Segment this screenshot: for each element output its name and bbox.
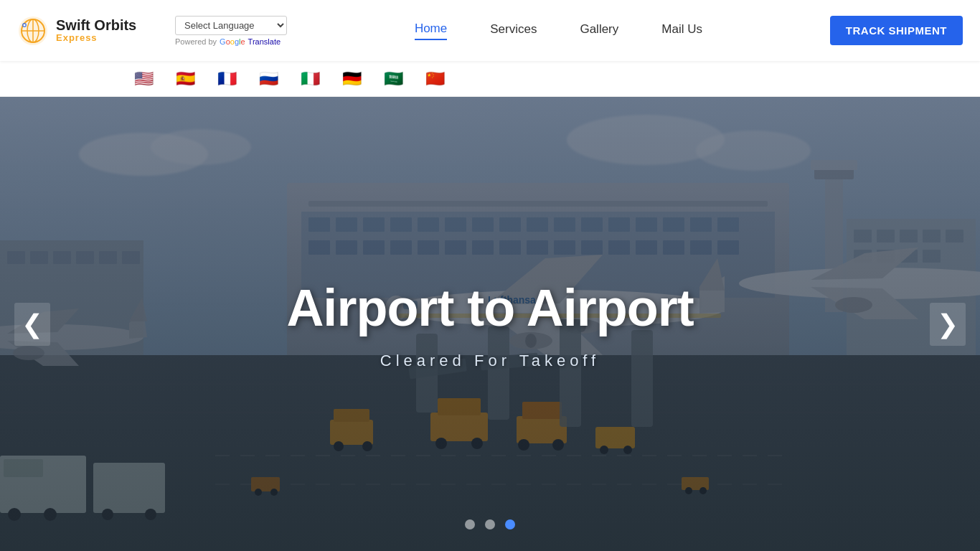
main-nav: Home Services Gallery Mail Us [287, 22, 830, 40]
header: Swift Orbits Express Select Language Eng… [0, 0, 980, 61]
logo-area: Swift Orbits Express [17, 15, 161, 47]
flag-english[interactable]: 🇺🇸 [129, 69, 158, 89]
flag-italian[interactable]: 🇮🇹 [296, 69, 324, 89]
slide-dot-1[interactable] [465, 519, 475, 529]
logo-text: Swift Orbits Express [56, 17, 136, 43]
flag-chinese[interactable]: 🇨🇳 [420, 69, 449, 89]
google-logo: Google [220, 37, 245, 46]
logo-icon [17, 15, 49, 47]
hero-content: Airport to Airport Cleared For Takeoff [0, 97, 980, 551]
slide-dot-3[interactable] [505, 519, 515, 529]
flag-german[interactable]: 🇩🇪 [337, 69, 366, 89]
chevron-right-icon: ❯ [937, 309, 958, 339]
logo-subtitle: Express [56, 33, 136, 43]
translate-widget: Select Language English Spanish French G… [175, 16, 287, 46]
language-select[interactable]: Select Language English Spanish French G… [175, 16, 287, 35]
slider-prev-button[interactable]: ❮ [14, 303, 50, 346]
logo-title: Swift Orbits [56, 17, 136, 33]
flag-arabic[interactable]: 🇸🇦 [379, 69, 407, 89]
slider-next-button[interactable]: ❯ [930, 303, 966, 346]
translate-link[interactable]: Translate [248, 37, 281, 46]
hero-title: Airport to Airport [286, 278, 693, 337]
nav-item-gallery[interactable]: Gallery [580, 22, 618, 39]
hero-slider: Lufthansa [0, 97, 980, 551]
slider-dots [465, 519, 515, 529]
flags-bar: 🇺🇸 🇪🇸 🇫🇷 🇷🇺 🇮🇹 🇩🇪 🇸🇦 🇨🇳 [0, 61, 980, 97]
flag-french[interactable]: 🇫🇷 [212, 69, 241, 89]
hero-subtitle: Cleared For Takeoff [380, 352, 600, 370]
slide-dot-2[interactable] [485, 519, 495, 529]
svg-point-6 [24, 24, 26, 26]
chevron-left-icon: ❮ [22, 309, 43, 339]
flag-spanish[interactable]: 🇪🇸 [171, 69, 199, 89]
powered-by: Powered by Google Translate [175, 37, 287, 46]
nav-item-home[interactable]: Home [415, 22, 447, 40]
nav-item-services[interactable]: Services [490, 22, 537, 39]
nav-item-mail[interactable]: Mail Us [661, 22, 702, 39]
track-shipment-button[interactable]: TRACK SHIPMENT [830, 16, 963, 45]
flag-russian[interactable]: 🇷🇺 [254, 69, 283, 89]
